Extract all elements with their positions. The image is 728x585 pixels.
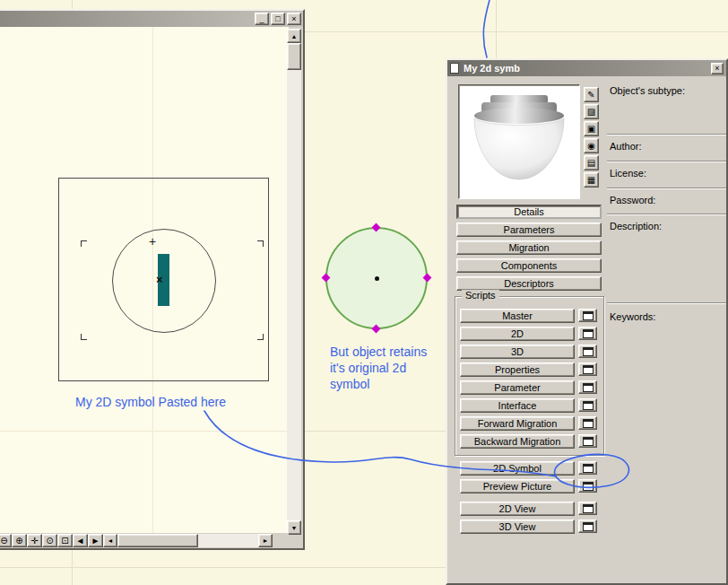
field-label-license: License: [610,168,646,179]
field-label-author: Author: [610,141,641,152]
maximize-button[interactable]: □ [271,13,285,25]
previous-view-button[interactable]: ◄ [73,534,88,547]
drawing-canvas[interactable]: + × My 2D symbol Pasted here [0,27,289,533]
button-3d-view[interactable]: 3D View [460,520,575,534]
window-icon [583,365,594,374]
field-divider [607,214,726,215]
button-preview-picture[interactable]: Preview Picture [460,479,575,493]
button-2d-symbol[interactable]: 2D Symbol [460,461,575,476]
bottom-toolbar: ⊖ ⊕ ✛ ⊙ ⊡ ◄ ► ◄ ► [0,533,289,548]
preview-tool-strip: ✎ ▨ ▣ ◉ ▤ ▦ [584,87,599,188]
hotspot-diamond[interactable] [372,223,381,232]
fit-view-button[interactable]: ⊡ [57,534,73,547]
retain-annotation-line: symbol [330,376,427,392]
dialog-titlebar[interactable]: My 2d symb × [447,60,726,76]
tab-descriptors[interactable]: Descriptors [456,276,602,291]
field-divider [607,161,726,162]
retain-annotation-line: But object retains [330,344,427,360]
tab-components[interactable]: Components [456,258,602,273]
close-button[interactable]: × [287,13,301,25]
selection-tick [257,334,264,340]
document-icon [450,63,459,74]
dialog-close-button[interactable]: × [711,63,724,74]
hotspot-diamond[interactable] [322,274,331,283]
center-dot [375,276,379,281]
open-interface-window-button[interactable] [578,398,597,412]
book-icon[interactable]: ▤ [584,155,599,170]
ink-curve-top [483,0,490,57]
next-view-button[interactable]: ► [88,534,103,547]
paste-annotation: My 2D symbol Pasted here [75,395,226,409]
center-cross-marker: × [156,273,163,286]
window-icon [583,464,594,473]
window-icon [583,311,594,320]
window-icon [583,401,594,410]
script-button-backward-migration[interactable]: Backward Migration [460,434,575,449]
selection-tick [257,240,264,247]
scroll-up-button[interactable]: ▲ [287,29,301,43]
script-button-properties[interactable]: Properties [460,362,575,377]
minimize-button[interactable]: _ [255,13,269,25]
canvas-grid-line [0,431,289,432]
scroll-down-button[interactable]: ▼ [287,520,301,535]
camera-icon[interactable]: ◉ [584,138,599,153]
lamp-preview-image [465,92,573,192]
open-2d-window-button[interactable] [578,327,597,340]
open-2d-symbol-window-button[interactable] [578,461,597,475]
window-icon [583,437,594,446]
object-settings-dialog: My 2d symb × ✎ ▨ [446,58,728,585]
window-icon [583,522,594,531]
script-button-2d[interactable]: 2D [460,327,575,341]
button-2d-view[interactable]: 2D View [460,502,575,516]
tab-migration[interactable]: Migration [456,240,602,255]
window-icon [583,383,594,392]
selection-tick [81,240,87,247]
drawing-window-titlebar[interactable]: _ □ × [0,11,303,27]
field-divider [607,134,726,135]
horizontal-scroll-thumb[interactable] [117,534,198,547]
window-icon [583,482,594,491]
window-icon [583,504,594,513]
hotspot-diamond[interactable] [423,274,432,283]
hotspot-diamond[interactable] [372,325,381,334]
open-backward-migration-window-button[interactable] [578,434,597,448]
open-3d-view-window-button[interactable] [578,520,597,533]
open-2d-view-window-button[interactable] [578,502,597,515]
open-preview-picture-window-button[interactable] [578,479,597,493]
open-3d-window-button[interactable] [578,345,597,358]
object-2d-symbol[interactable] [325,227,428,329]
open-properties-window-button[interactable] [578,362,597,376]
scroll-left-button[interactable]: ◄ [103,534,117,547]
zoom-in-button[interactable]: ⊕ [12,534,27,547]
pan-button[interactable]: ✛ [27,534,42,547]
field-label-subtype: Object's subtype: [610,85,685,96]
vertical-scrollbar[interactable]: ▲ ▼ [287,29,301,535]
script-button-forward-migration[interactable]: Forward Migration [460,416,575,431]
open-forward-migration-window-button[interactable] [578,416,597,430]
preview-box [458,84,580,199]
script-button-master[interactable]: Master [460,309,575,323]
film-icon[interactable]: ▦ [584,172,599,188]
hatch-icon[interactable]: ▨ [584,104,599,119]
vertical-scroll-thumb[interactable] [287,43,301,70]
scripts-group-label: Scripts [462,290,499,301]
retain-annotation-line: it's original 2d [330,360,427,376]
scroll-right-button[interactable]: ► [258,534,273,547]
retain-annotation: But object retains it's original 2d symb… [330,344,427,392]
open-parameter-window-button[interactable] [578,380,597,394]
tab-details[interactable]: Details [456,205,602,219]
zoom-area-button[interactable]: ⊙ [42,534,57,547]
window-icon[interactable]: ▣ [584,121,599,136]
zoom-out-button[interactable]: ⊖ [0,534,12,547]
script-button-interface[interactable]: Interface [460,398,575,413]
open-master-window-button[interactable] [578,309,597,322]
window-icon [583,329,594,338]
field-divider [607,302,726,304]
script-button-3d[interactable]: 3D [460,345,575,359]
horizontal-scrollbar-track[interactable] [117,534,258,547]
desktop: _ □ × + × My 2D symbol Pasted here ▲ ▼ ⊖ [0,0,728,585]
tab-parameters[interactable]: Parameters [456,223,602,237]
pencil-icon[interactable]: ✎ [584,87,599,102]
script-button-parameter[interactable]: Parameter [460,380,575,395]
field-label-keywords: Keywords: [610,311,655,322]
